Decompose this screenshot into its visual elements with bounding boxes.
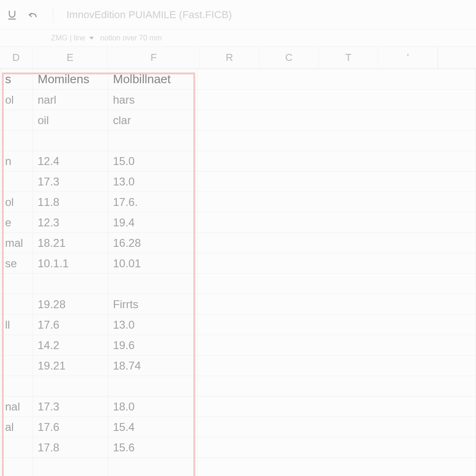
- table-row: se10.1.110.01: [0, 253, 476, 274]
- column-header-t[interactable]: T: [319, 47, 378, 68]
- column-header-apostrophe[interactable]: ': [378, 47, 438, 68]
- cell[interactable]: [198, 131, 476, 151]
- cell[interactable]: [198, 397, 476, 417]
- zoom-dropdown[interactable]: ZMG | line: [51, 34, 94, 42]
- cell[interactable]: 19.6: [108, 335, 198, 356]
- cell[interactable]: [198, 69, 476, 90]
- column-header-c[interactable]: C: [259, 47, 319, 68]
- cell[interactable]: [0, 294, 33, 315]
- cell[interactable]: e: [0, 212, 33, 233]
- undo-icon[interactable]: [27, 8, 40, 21]
- cell[interactable]: [198, 417, 476, 437]
- cell[interactable]: [198, 294, 476, 315]
- cell[interactable]: [108, 274, 198, 294]
- cell[interactable]: 17.3: [33, 172, 108, 192]
- cell[interactable]: [198, 437, 476, 458]
- cell[interactable]: [198, 172, 476, 192]
- cell[interactable]: al: [0, 417, 33, 437]
- column-header-blank[interactable]: [438, 47, 438, 68]
- cell[interactable]: 13.0: [108, 172, 198, 192]
- cell[interactable]: [198, 335, 476, 356]
- cell[interactable]: [198, 356, 476, 376]
- cell[interactable]: Firrts: [108, 294, 198, 315]
- cell[interactable]: [198, 233, 476, 253]
- cell[interactable]: mal: [0, 233, 33, 253]
- cell[interactable]: 15.6: [108, 437, 198, 458]
- cell[interactable]: n: [0, 151, 33, 172]
- cell[interactable]: 16.28: [108, 233, 198, 253]
- cell[interactable]: [108, 376, 198, 397]
- sub-toolbar: ZMG | line notion over 70 mm: [0, 30, 476, 46]
- cell[interactable]: oil: [33, 110, 108, 131]
- cell[interactable]: [198, 192, 476, 212]
- cell[interactable]: 19.21: [33, 356, 108, 376]
- cell[interactable]: 18.21: [33, 233, 108, 253]
- cell[interactable]: 19.28: [33, 294, 108, 315]
- cell[interactable]: ol: [0, 192, 33, 212]
- column-header-f[interactable]: F: [108, 47, 200, 68]
- cell[interactable]: 10.01: [108, 253, 198, 274]
- cell[interactable]: [0, 131, 33, 151]
- cell[interactable]: 15.4: [108, 417, 198, 437]
- cell[interactable]: nal: [0, 397, 33, 417]
- cell[interactable]: hars: [108, 90, 198, 110]
- cell[interactable]: ol: [0, 90, 33, 110]
- cell[interactable]: 18.74: [108, 356, 198, 376]
- cell[interactable]: [198, 376, 476, 397]
- cell[interactable]: 12.3: [33, 212, 108, 233]
- cell[interactable]: [198, 458, 476, 476]
- column-header-d[interactable]: D: [0, 47, 33, 68]
- cell[interactable]: [33, 274, 108, 294]
- cell[interactable]: clar: [108, 110, 198, 131]
- underline-icon[interactable]: [6, 8, 19, 21]
- document-title[interactable]: ImnovEdition PUIAMILE (Fast.FICB): [66, 9, 232, 21]
- cell[interactable]: [108, 458, 198, 476]
- cell[interactable]: [198, 110, 476, 131]
- table-row: ll17.613.0: [0, 315, 476, 335]
- cell[interactable]: 19.4: [108, 212, 198, 233]
- cell[interactable]: [0, 110, 33, 131]
- table-row: 19.2118.74: [0, 356, 476, 376]
- cell[interactable]: [198, 151, 476, 172]
- table-row: [0, 274, 476, 294]
- zoom-dropdown-label: ZMG | line: [51, 34, 86, 42]
- cell[interactable]: [0, 335, 33, 356]
- cell[interactable]: [0, 274, 33, 294]
- cell[interactable]: [0, 172, 33, 192]
- cell[interactable]: [198, 274, 476, 294]
- cell[interactable]: [33, 458, 108, 476]
- cell[interactable]: 17.3: [33, 397, 108, 417]
- cell[interactable]: [0, 356, 33, 376]
- cell[interactable]: 17.6.: [108, 192, 198, 212]
- cell[interactable]: ll: [0, 315, 33, 335]
- cell[interactable]: Molbillnaet: [108, 69, 198, 90]
- column-header-e[interactable]: E: [33, 47, 108, 68]
- cell[interactable]: Momilens: [33, 69, 108, 90]
- table-row: [0, 131, 476, 151]
- cell[interactable]: narl: [33, 90, 108, 110]
- cell[interactable]: 14.2: [33, 335, 108, 356]
- sheet-area[interactable]: s Momilens Molbillnaet olnarlharsoilclar…: [0, 69, 476, 476]
- cell[interactable]: [33, 131, 108, 151]
- cell[interactable]: [198, 253, 476, 274]
- cell[interactable]: 13.0: [108, 315, 198, 335]
- cell[interactable]: [198, 315, 476, 335]
- cell[interactable]: [33, 376, 108, 397]
- cell[interactable]: 17.8: [33, 437, 108, 458]
- cell[interactable]: 17.6: [33, 315, 108, 335]
- cell[interactable]: 15.0: [108, 151, 198, 172]
- cell[interactable]: [198, 90, 476, 110]
- cell[interactable]: [0, 458, 33, 476]
- cell[interactable]: [108, 131, 198, 151]
- cell[interactable]: 17.6: [33, 417, 108, 437]
- cell[interactable]: 11.8: [33, 192, 108, 212]
- cell[interactable]: 10.1.1: [33, 253, 108, 274]
- cell[interactable]: s: [0, 69, 33, 90]
- cell[interactable]: 12.4: [33, 151, 108, 172]
- column-header-r[interactable]: R: [200, 47, 259, 68]
- cell[interactable]: se: [0, 253, 33, 274]
- cell[interactable]: [0, 437, 33, 458]
- cell[interactable]: [198, 212, 476, 233]
- cell[interactable]: 18.0: [108, 397, 198, 417]
- cell[interactable]: [0, 376, 33, 397]
